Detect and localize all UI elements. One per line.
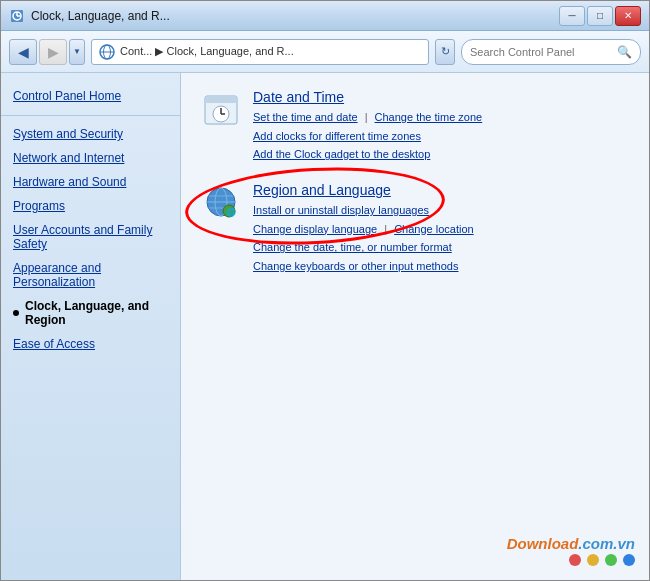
add-clocks-link[interactable]: Add clocks for different time zones — [253, 130, 421, 142]
change-display-language-link[interactable]: Change display language — [253, 223, 377, 235]
title-bar: Clock, Language, and R... ─ □ ✕ — [1, 1, 649, 31]
dot-yellow — [587, 554, 599, 566]
main-area: Control Panel Home System and Security N… — [1, 73, 649, 580]
date-time-content: Date and Time Set the time and date | Ch… — [253, 89, 629, 164]
sidebar: Control Panel Home System and Security N… — [1, 73, 181, 580]
dot-green — [605, 554, 617, 566]
svg-text:🌐: 🌐 — [226, 207, 236, 217]
sidebar-item-hardware-sound[interactable]: Hardware and Sound — [1, 170, 180, 194]
date-time-title[interactable]: Date and Time — [253, 89, 629, 105]
nav-buttons: ◀ ▶ ▼ — [9, 39, 85, 65]
dot-red — [569, 554, 581, 566]
minimize-button[interactable]: ─ — [559, 6, 585, 26]
sidebar-item-programs[interactable]: Programs — [1, 194, 180, 218]
back-button[interactable]: ◀ — [9, 39, 37, 65]
close-button[interactable]: ✕ — [615, 6, 641, 26]
svg-rect-8 — [205, 96, 237, 103]
sidebar-item-appearance[interactable]: Appearance and Personalization — [1, 256, 180, 294]
content-panel: Date and Time Set the time and date | Ch… — [181, 73, 649, 580]
search-icon[interactable]: 🔍 — [617, 45, 632, 59]
sidebar-item-user-accounts[interactable]: User Accounts and Family Safety — [1, 218, 180, 256]
dot-blue — [623, 554, 635, 566]
watermark: Download.com.vn — [507, 535, 635, 566]
region-language-title[interactable]: Region and Language — [253, 182, 629, 198]
category-date-time: Date and Time Set the time and date | Ch… — [201, 89, 629, 164]
nav-dropdown-button[interactable]: ▼ — [69, 39, 85, 65]
date-time-links: Set the time and date | Change the time … — [253, 108, 629, 164]
search-input[interactable] — [470, 46, 613, 58]
window-controls: ─ □ ✕ — [559, 6, 641, 26]
add-clock-gadget-link[interactable]: Add the Clock gadget to the desktop — [253, 148, 430, 160]
search-bar[interactable]: 🔍 — [461, 39, 641, 65]
watermark-domain: .com.vn — [578, 535, 635, 552]
sidebar-item-home[interactable]: Control Panel Home — [1, 83, 180, 109]
maximize-button[interactable]: □ — [587, 6, 613, 26]
address-bar-icon — [98, 43, 116, 61]
region-language-links: Install or uninstall display languages C… — [253, 201, 629, 276]
watermark-dots — [507, 554, 635, 566]
address-bar[interactable]: Cont... ▶ Clock, Language, and R... — [91, 39, 429, 65]
address-text: Cont... ▶ Clock, Language, and R... — [120, 45, 422, 58]
sidebar-item-network-internet[interactable]: Network and Internet — [1, 146, 180, 170]
window-icon — [9, 8, 25, 24]
set-time-date-link[interactable]: Set the time and date — [253, 111, 358, 123]
sidebar-item-ease-access[interactable]: Ease of Access — [1, 332, 180, 356]
watermark-download: Download — [507, 535, 579, 552]
window-title: Clock, Language, and R... — [31, 9, 559, 23]
refresh-button[interactable]: ↻ — [435, 39, 455, 65]
region-language-content: Region and Language Install or uninstall… — [253, 182, 629, 276]
region-language-icon: 🌐 — [201, 182, 241, 222]
main-window: Clock, Language, and R... ─ □ ✕ ◀ ▶ ▼ Co… — [0, 0, 650, 581]
change-location-link[interactable]: Change location — [394, 223, 474, 235]
category-region-language: 🌐 Region and Language Install or uninsta… — [201, 182, 629, 276]
install-languages-link[interactable]: Install or uninstall display languages — [253, 204, 429, 216]
sidebar-item-clock-region[interactable]: Clock, Language, and Region — [1, 294, 180, 332]
change-keyboards-link[interactable]: Change keyboards or other input methods — [253, 260, 458, 272]
sidebar-item-system-security[interactable]: System and Security — [1, 122, 180, 146]
toolbar: ◀ ▶ ▼ Cont... ▶ Clock, Language, and R..… — [1, 31, 649, 73]
date-time-icon — [201, 89, 241, 129]
change-date-format-link[interactable]: Change the date, time, or number format — [253, 241, 452, 253]
change-timezone-link[interactable]: Change the time zone — [375, 111, 483, 123]
forward-button[interactable]: ▶ — [39, 39, 67, 65]
active-indicator — [13, 310, 19, 316]
sidebar-divider — [1, 115, 180, 116]
